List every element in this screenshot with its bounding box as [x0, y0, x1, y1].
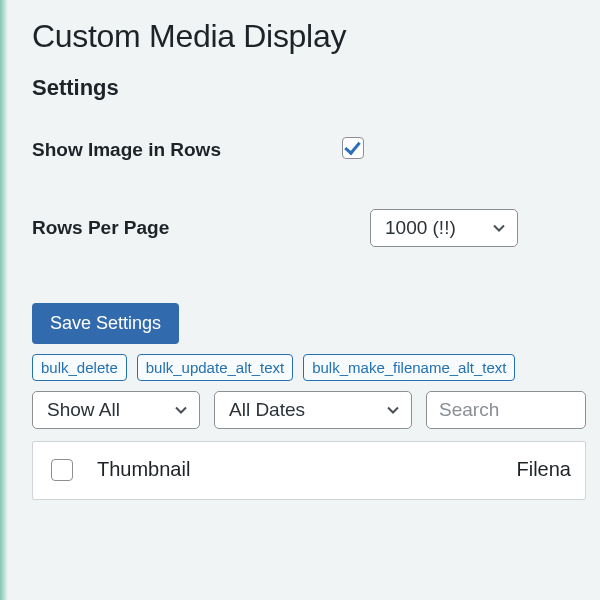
setting-label-show-image: Show Image in Rows [32, 139, 342, 161]
show-image-checkbox[interactable] [342, 137, 364, 159]
settings-form: Show Image in Rows Rows Per Page 1000 (!… [32, 137, 586, 247]
page-title: Custom Media Display [32, 18, 586, 55]
left-accent-strip [0, 0, 8, 600]
setting-row-rows-per-page: Rows Per Page 1000 (!!) [32, 209, 586, 247]
setting-control-show-image [342, 137, 364, 163]
bulk-make-filename-alt-text-button[interactable]: bulk_make_filename_alt_text [303, 354, 515, 381]
search-input[interactable] [426, 391, 586, 429]
column-header-filename[interactable]: Filena [517, 458, 571, 481]
setting-row-show-image: Show Image in Rows [32, 137, 586, 163]
page-container: Custom Media Display Settings Show Image… [0, 0, 600, 500]
filter-show-all-select[interactable]: Show All [32, 391, 200, 429]
bulk-update-alt-text-button[interactable]: bulk_update_alt_text [137, 354, 293, 381]
settings-heading: Settings [32, 75, 586, 101]
chevron-down-icon [173, 402, 189, 418]
chevron-down-icon [491, 220, 507, 236]
rows-per-page-select[interactable]: 1000 (!!) [370, 209, 518, 247]
column-header-thumbnail[interactable]: Thumbnail [95, 458, 190, 481]
setting-control-rows-per-page: 1000 (!!) [370, 209, 518, 247]
filter-show-all-label: Show All [47, 399, 120, 421]
filter-row: Show All All Dates [32, 391, 586, 429]
bulk-delete-button[interactable]: bulk_delete [32, 354, 127, 381]
setting-label-rows-per-page: Rows Per Page [32, 217, 342, 239]
filter-all-dates-label: All Dates [229, 399, 305, 421]
chevron-down-icon [385, 402, 401, 418]
filter-all-dates-select[interactable]: All Dates [214, 391, 412, 429]
table-header-row: Thumbnail Filena [33, 442, 585, 499]
save-settings-button[interactable]: Save Settings [32, 303, 179, 344]
media-table: Thumbnail Filena [32, 441, 586, 500]
select-all-checkbox[interactable] [51, 459, 73, 481]
rows-per-page-value: 1000 (!!) [385, 217, 456, 239]
bulk-actions-row: bulk_delete bulk_update_alt_text bulk_ma… [32, 354, 586, 381]
